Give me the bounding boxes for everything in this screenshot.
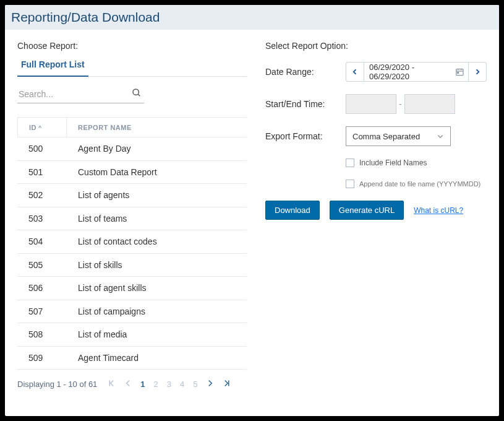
include-field-names-row: Include Field Names (346, 158, 487, 167)
start-end-time-row: Start/End Time: - (265, 94, 487, 114)
search-icon (132, 88, 142, 98)
row-id: 502 (17, 185, 67, 205)
date-next-button[interactable] (468, 62, 487, 82)
row-id: 509 (17, 348, 67, 368)
append-date-label: Append date to file name (YYYYMMDD) (359, 180, 481, 188)
row-id: 504 (17, 232, 67, 251)
report-table: ID ^ REPORT NAME 500 Agent By Day 501 Cu… (17, 117, 247, 370)
row-id: 505 (17, 255, 67, 275)
date-range-label: Date Range: (265, 67, 346, 77)
table-header: ID ^ REPORT NAME (17, 118, 247, 137)
header-id[interactable]: ID ^ (17, 118, 67, 137)
select-option-label: Select Report Option: (265, 41, 487, 51)
row-id: 500 (17, 139, 67, 158)
page-controls: 1 2 3 4 5 (108, 380, 229, 389)
table-row[interactable]: 508 List of media (17, 323, 247, 347)
row-name: Custom Data Report (67, 167, 247, 177)
table-row[interactable]: 500 Agent By Day (17, 137, 247, 161)
export-format-row: Export Format: Comma Separated (265, 126, 487, 146)
page-prev-icon[interactable] (124, 380, 132, 389)
tab-row: Full Report List (17, 59, 247, 77)
page-3[interactable]: 3 (167, 380, 171, 389)
calendar-icon (455, 67, 464, 77)
search-input[interactable] (17, 85, 144, 103)
svg-rect-8 (458, 72, 459, 74)
export-format-value: Comma Separated (352, 132, 420, 141)
table-row[interactable]: 503 List of teams (17, 207, 247, 231)
table-row[interactable]: 501 Custom Data Report (17, 161, 247, 184)
date-range-input[interactable]: 06/29/2020 - 06/29/2020 (364, 62, 468, 82)
table-row[interactable]: 505 List of skills (17, 254, 247, 277)
tab-full-report-list[interactable]: Full Report List (17, 59, 88, 77)
export-format-label: Export Format: (265, 131, 346, 141)
row-name: List of agents (67, 190, 247, 200)
page-last-icon[interactable] (223, 380, 230, 389)
what-is-curl-link[interactable]: What is cURL? (414, 206, 463, 215)
page-title: Reporting/Data Download (5, 5, 499, 30)
button-row: Download Generate cURL What is cURL? (265, 201, 487, 220)
row-id: 508 (17, 324, 67, 344)
table-row[interactable]: 507 List of campaigns (17, 300, 247, 324)
generate-curl-button[interactable]: Generate cURL (330, 201, 404, 220)
pagination-status: Displaying 1 - 10 of 61 (17, 380, 97, 389)
date-prev-button[interactable] (346, 62, 364, 82)
header-name[interactable]: REPORT NAME (67, 124, 247, 131)
row-name: List of contact codes (67, 237, 247, 246)
page-2[interactable]: 2 (154, 380, 158, 389)
table-row[interactable]: 506 List of agent skills (17, 277, 247, 300)
row-id: 507 (17, 302, 67, 321)
row-name: Agent By Day (67, 144, 247, 154)
date-range-group: 06/29/2020 - 06/29/2020 (346, 62, 487, 82)
svg-line-1 (138, 94, 140, 96)
date-range-value: 06/29/2020 - 06/29/2020 (369, 63, 450, 81)
row-name: List of skills (67, 260, 247, 270)
page-4[interactable]: 4 (180, 380, 184, 389)
append-date-checkbox[interactable] (346, 180, 354, 188)
row-id: 501 (17, 162, 67, 182)
main-content: Choose Report: Full Report List ID ^ REP… (5, 30, 499, 395)
row-id: 506 (17, 278, 67, 298)
start-end-time-label: Start/End Time: (265, 99, 346, 109)
right-panel: Select Report Option: Date Range: 06/29/… (265, 41, 487, 389)
choose-report-label: Choose Report: (17, 41, 247, 51)
time-group: - (346, 94, 455, 114)
start-time-input[interactable] (346, 94, 396, 114)
page-5[interactable]: 5 (193, 380, 197, 389)
header-id-label: ID (29, 124, 36, 131)
page-1[interactable]: 1 (140, 380, 145, 389)
svg-point-0 (133, 89, 139, 95)
include-field-names-checkbox[interactable] (346, 158, 354, 167)
page-first-icon[interactable] (108, 380, 116, 389)
row-name: Agent Timecard (67, 353, 247, 363)
row-name: List of campaigns (67, 306, 247, 316)
time-separator: - (399, 99, 402, 109)
left-panel: Choose Report: Full Report List ID ^ REP… (17, 41, 247, 389)
include-field-names-label: Include Field Names (359, 158, 427, 167)
table-row[interactable]: 509 Agent Timecard (17, 347, 247, 370)
sort-asc-icon: ^ (38, 124, 42, 131)
paginator: Displaying 1 - 10 of 61 1 2 3 4 5 (17, 380, 247, 389)
append-date-row: Append date to file name (YYYYMMDD) (346, 180, 487, 188)
app-window: Reporting/Data Download Choose Report: F… (5, 5, 499, 416)
table-row[interactable]: 502 List of agents (17, 184, 247, 207)
row-name: List of agent skills (67, 283, 247, 293)
row-name: List of media (67, 329, 247, 339)
table-row[interactable]: 504 List of contact codes (17, 230, 247, 254)
row-name: List of teams (67, 214, 247, 224)
search-wrap (17, 85, 144, 103)
export-format-select[interactable]: Comma Separated (346, 126, 451, 146)
row-id: 503 (17, 209, 67, 228)
page-next-icon[interactable] (207, 380, 214, 389)
end-time-input[interactable] (404, 94, 455, 114)
download-button[interactable]: Download (265, 201, 320, 220)
chevron-down-icon (437, 132, 444, 140)
date-range-row: Date Range: 06/29/2020 - 06/29/2020 (265, 62, 487, 82)
